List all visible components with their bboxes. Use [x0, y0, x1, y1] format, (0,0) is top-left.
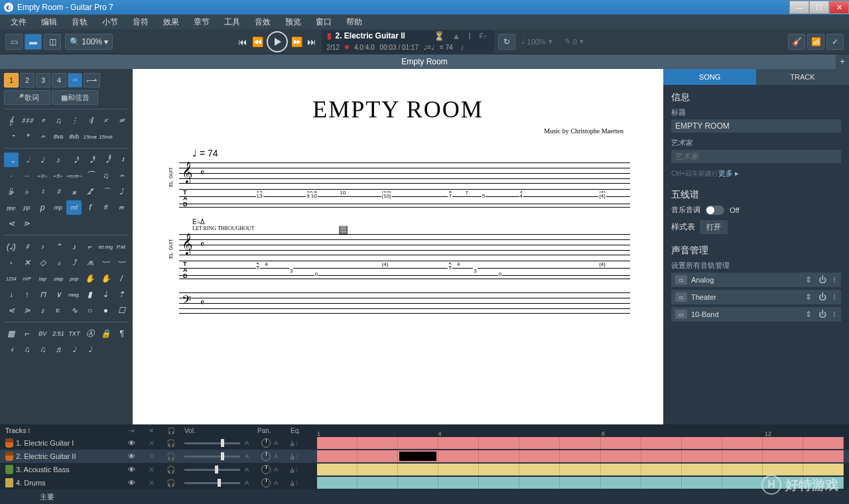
auto-button[interactable]: A [272, 466, 280, 473]
crescendo-icon[interactable]: ⋖ [4, 216, 19, 231]
bar-cell[interactable] [763, 477, 803, 489]
bar-cell[interactable] [479, 477, 519, 489]
mute-button[interactable]: ✕ [145, 452, 158, 461]
bv-icon[interactable]: BV [36, 326, 50, 341]
menu-效果[interactable]: 效果 [157, 15, 186, 29]
bar-cell[interactable] [641, 477, 682, 489]
sound-menu[interactable]: ⁝ [832, 275, 837, 284]
tab-song[interactable]: SONG [663, 69, 756, 85]
chord-diagram-icon[interactable]: ▦ [4, 326, 19, 341]
hand2-icon[interactable]: ✋ [99, 271, 113, 286]
arpeggio-up-icon[interactable]: ⇡ [114, 287, 129, 302]
palm-mute-icon[interactable]: P.M. [114, 239, 129, 254]
whole-note[interactable]: 𝅝 [4, 153, 19, 167]
bar-cell[interactable] [601, 450, 641, 462]
auto-button[interactable]: A [243, 440, 251, 446]
simile2-icon[interactable]: 𝄏 [114, 113, 129, 128]
let-ring-icon[interactable]: let ring [99, 239, 113, 254]
maximize-button[interactable]: ☐ [809, 1, 829, 14]
lyrics-button[interactable]: 🎤 歌词 [4, 90, 50, 105]
half-note[interactable]: 𝅗𝅥 [20, 153, 34, 167]
mute-button[interactable]: ✕ [145, 479, 158, 487]
visibility-toggle[interactable]: 👁 [125, 479, 138, 487]
bar-cell[interactable] [438, 477, 479, 489]
bar-cell[interactable] [803, 437, 844, 449]
track-row[interactable]: 1. Electric Guitar I 👁 ✕ 🎧 A A ⫶ [0, 436, 849, 450]
menu-预览[interactable]: 预览 [279, 15, 308, 29]
beam3-icon[interactable]: ♬ [51, 342, 66, 357]
solo-button[interactable]: 🎧 [164, 466, 178, 474]
solo-button[interactable]: 🎧 [164, 439, 178, 448]
down-stroke-icon[interactable]: ↓ [4, 287, 19, 302]
bar-cell[interactable] [317, 464, 358, 475]
view-1-button[interactable]: 1 [4, 73, 19, 88]
golpe-icon[interactable]: ☐ [114, 303, 129, 318]
bar-cell[interactable] [398, 437, 438, 449]
solo-all-icon[interactable]: 🎧 [164, 427, 178, 434]
view-4-button[interactable]: 4 [52, 73, 66, 88]
bar-cell[interactable] [358, 477, 398, 489]
tuplet3-icon[interactable]: ⌐3¬ [35, 168, 50, 183]
eq-menu-icon[interactable]: ⫶ [295, 439, 299, 447]
close-button[interactable]: ✕ [829, 1, 849, 14]
menu-音轨[interactable]: 音轨 [65, 15, 94, 29]
double-flat-icon[interactable]: 𝄫 [4, 184, 19, 199]
volume-slider[interactable] [184, 469, 240, 471]
layout-page-button[interactable]: ▭ [5, 34, 23, 50]
sound-dropdown[interactable]: ⇕ [804, 310, 813, 319]
ff-icon[interactable]: ff [99, 200, 113, 215]
pan-knob[interactable] [261, 438, 271, 448]
auto-button[interactable]: A [243, 453, 251, 460]
eq-icon[interactable] [291, 440, 294, 446]
tremolo-icon[interactable]: ⩕ [83, 255, 98, 270]
mp-icon[interactable]: mp [51, 200, 66, 215]
bar-cell[interactable] [682, 464, 722, 475]
menu-工具[interactable]: 工具 [218, 15, 247, 29]
pp-icon[interactable]: pp [20, 200, 34, 215]
staccato2-icon[interactable]: ♪ [67, 239, 82, 254]
loop-button[interactable]: ↻ [498, 34, 515, 50]
bar-cell[interactable] [763, 437, 803, 449]
tuner-display[interactable]: ✎ 0 ▾ [560, 36, 588, 47]
bar-cell[interactable] [560, 477, 600, 489]
bar-cell[interactable] [479, 464, 519, 475]
beam1-icon[interactable]: ♫ [20, 342, 34, 357]
rest-note[interactable]: 𝄽 [114, 153, 129, 167]
stem-down-icon[interactable]: ♩ [83, 342, 98, 357]
visibility-toggle[interactable]: 👁 [125, 439, 138, 447]
stylesheet-open-button[interactable]: 打开 [700, 220, 728, 234]
dead-note-icon[interactable]: (♩) [4, 239, 19, 254]
eighth-note[interactable]: ♪ [51, 153, 66, 167]
design-mode-button[interactable]: ⌐⇀ [84, 73, 100, 88]
thirtysecond-note[interactable]: 𝅘𝅥𝅰 [83, 153, 98, 167]
bar-cell[interactable] [398, 477, 438, 489]
skip-start-icon[interactable]: ⏮ [237, 35, 249, 48]
mute-all-icon[interactable]: ✕ [145, 427, 158, 434]
bar-cell[interactable] [519, 477, 560, 489]
bar-cell[interactable] [317, 450, 358, 462]
track-row[interactable]: 2. Electric Guitar II 👁 ✕ 🎧 A A ⫶ [0, 450, 849, 463]
multirest-icon[interactable]: ⫞ [4, 342, 19, 357]
track-row[interactable]: 4. Drums 👁 ✕ 🎧 A A ⫶ [0, 476, 849, 489]
eq-icon[interactable] [291, 479, 294, 486]
mf-icon[interactable]: mf [66, 200, 82, 215]
pan-knob[interactable] [261, 465, 271, 474]
hand-icon[interactable]: ✋ [83, 271, 98, 286]
triplet-feel-icon[interactable]: ♫ [51, 113, 66, 128]
slide-icon[interactable]: / [114, 271, 129, 286]
bar-cell[interactable] [560, 450, 600, 462]
pan-knob[interactable] [261, 452, 271, 461]
greater-icon[interactable]: ⋗ [20, 303, 34, 318]
vibrato-icon[interactable]: 〰 [99, 255, 113, 270]
grace2-icon[interactable]: ♪ [36, 303, 50, 318]
bar-cell[interactable] [601, 437, 641, 449]
turn-icon[interactable]: ∿ [67, 303, 82, 318]
bar-cell[interactable] [438, 464, 479, 475]
staccato-icon[interactable]: ♩̇ [114, 184, 129, 199]
less-icon[interactable]: ⋖ [4, 303, 19, 318]
pan-knob[interactable] [261, 478, 271, 487]
grace-icon[interactable]: ♪̸ [83, 184, 98, 199]
bar-cell[interactable] [601, 477, 641, 489]
stem-up-icon[interactable]: ♩ [67, 342, 82, 357]
skip-end-icon[interactable]: ⏭ [306, 35, 318, 48]
